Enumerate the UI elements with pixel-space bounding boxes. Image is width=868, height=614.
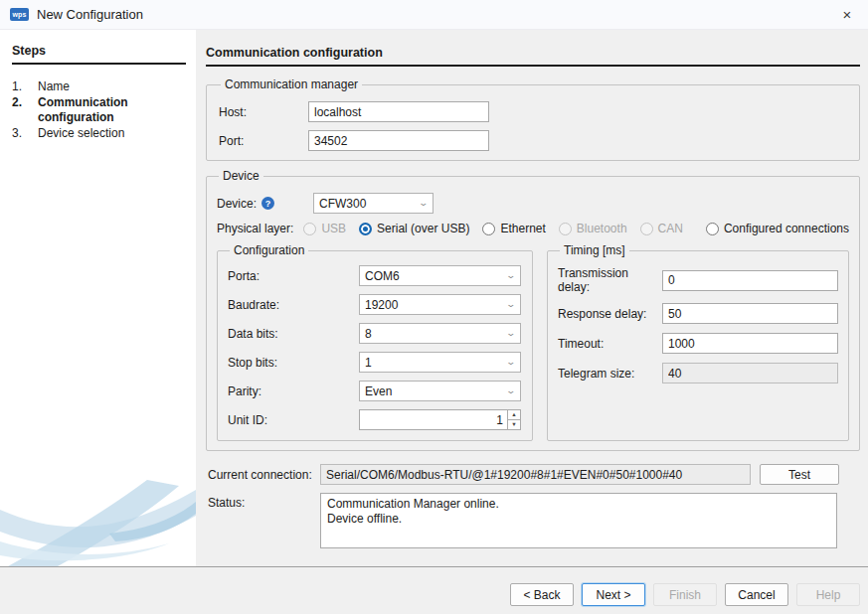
physical-layer-label: Physical layer: <box>217 222 303 235</box>
physical-layer-row: Physical layer: USB Serial (over USB) <box>217 222 849 235</box>
chevron-down-icon: ⌄ <box>506 329 517 338</box>
baudrate-select-value: 19200 <box>365 298 398 312</box>
device-legend: Device <box>219 169 263 183</box>
radio-icon <box>359 223 372 235</box>
spinner-down-icon[interactable]: ▼ <box>507 420 521 430</box>
new-configuration-dialog: wps New Configuration × Steps 1. Name 2.… <box>0 0 868 614</box>
communication-manager-legend: Communication manager <box>221 77 362 91</box>
current-connection-field <box>320 464 751 485</box>
stop-bits-row: Stop bits: 1 ⌄ <box>228 352 522 373</box>
host-label: Host: <box>219 105 308 119</box>
spinner-up-icon[interactable]: ▲ <box>507 409 521 420</box>
timing-legend: Timing [ms] <box>560 243 629 257</box>
transmission-delay-input[interactable] <box>662 270 838 291</box>
radio-configured-connections[interactable]: Configured connections <box>706 222 849 235</box>
response-delay-input[interactable] <box>662 303 838 324</box>
baudrate-select[interactable]: 19200 ⌄ <box>359 294 521 315</box>
data-bits-select[interactable]: 8 ⌄ <box>359 323 521 344</box>
parity-row: Parity: Even ⌄ <box>228 381 522 401</box>
status-label: Status: <box>208 493 320 510</box>
step-number: 3. <box>12 126 38 141</box>
radio-icon <box>706 223 719 235</box>
radio-label: Serial (over USB) <box>377 222 469 235</box>
host-row: Host: <box>219 101 847 122</box>
window-title: New Configuration <box>37 7 143 22</box>
data-bits-select-value: 8 <box>365 327 372 341</box>
wizard-button-bar: < Back Next > Finish Cancel Help <box>0 566 868 614</box>
configuration-legend: Configuration <box>230 243 308 257</box>
status-message: Communication Manager online. Device off… <box>320 493 837 548</box>
telegram-size-row: Telegram size: <box>558 363 838 384</box>
next-button[interactable]: Next > <box>582 583 645 606</box>
device-select[interactable]: CFW300 ⌄ <box>313 193 434 214</box>
wps-logo-icon: wps <box>10 8 29 21</box>
close-icon[interactable]: × <box>836 4 858 26</box>
parity-select-value: Even <box>365 384 392 398</box>
steps-sidebar: Steps 1. Name 2. Communication configura… <box>0 30 196 566</box>
parity-select[interactable]: Even ⌄ <box>359 381 521 401</box>
parity-label: Parity: <box>228 384 359 398</box>
chevron-down-icon: ⌄ <box>506 271 517 280</box>
swoosh-decoration <box>0 472 196 566</box>
step-number: 2. <box>12 95 38 125</box>
step-name: 1. Name <box>12 79 186 94</box>
current-connection-row: Current connection: Test <box>208 464 860 485</box>
chevron-down-icon: ⌄ <box>419 199 430 208</box>
unit-id-input[interactable] <box>359 409 507 430</box>
test-button[interactable]: Test <box>760 464 839 485</box>
transmission-delay-label: Transmission delay: <box>558 266 662 294</box>
telegram-size-input <box>662 363 838 384</box>
baudrate-label: Baudrate: <box>228 298 359 312</box>
port-label: Port: <box>219 134 308 148</box>
timing-group: Timing [ms] Transmission delay: Response… <box>547 243 849 441</box>
back-button[interactable]: < Back <box>510 583 574 606</box>
radio-ethernet[interactable]: Ethernet <box>482 222 545 235</box>
physical-layer-radios: USB Serial (over USB) Ethernet Blue <box>303 222 849 235</box>
stop-bits-label: Stop bits: <box>228 356 359 370</box>
radio-icon <box>640 223 653 235</box>
finish-button: Finish <box>653 583 717 606</box>
stop-bits-select-value: 1 <box>365 356 372 370</box>
device-row: Device: ? CFW300 ⌄ <box>217 193 849 214</box>
communication-configuration-panel: Communication configuration Communicatio… <box>196 30 868 566</box>
stop-bits-select[interactable]: 1 ⌄ <box>359 352 521 373</box>
host-input[interactable] <box>308 101 489 122</box>
response-delay-label: Response delay: <box>558 307 662 321</box>
timeout-row: Timeout: <box>558 333 838 354</box>
help-button: Help <box>796 583 860 606</box>
timeout-label: Timeout: <box>558 337 662 351</box>
unit-id-stepper[interactable]: ▲ ▼ <box>359 409 521 430</box>
radio-bluetooth: Bluetooth <box>559 222 627 235</box>
unit-id-label: Unit ID: <box>228 413 359 427</box>
baudrate-row: Baudrate: 19200 ⌄ <box>228 294 522 315</box>
step-label: Name <box>38 79 186 94</box>
radio-label: Configured connections <box>724 222 849 235</box>
communication-manager-group: Communication manager Host: Port: <box>206 77 860 161</box>
device-group: Device Device: ? CFW300 ⌄ Physical layer… <box>206 169 860 451</box>
title-bar: wps New Configuration × <box>0 0 868 30</box>
data-bits-row: Data bits: 8 ⌄ <box>228 323 522 344</box>
unit-id-row: Unit ID: ▲ ▼ <box>228 409 522 430</box>
step-label: Device selection <box>38 126 186 141</box>
response-delay-row: Response delay: <box>558 303 838 324</box>
step-communication-configuration: 2. Communication configuration <box>12 95 186 125</box>
device-select-value: CFW300 <box>319 197 366 211</box>
page-title: Communication configuration <box>206 46 860 67</box>
chevron-down-icon: ⌄ <box>506 300 517 309</box>
radio-icon <box>482 223 495 235</box>
status-row: Status: Communication Manager online. De… <box>208 493 860 548</box>
radio-usb: USB <box>303 222 346 235</box>
port-input[interactable] <box>308 130 489 151</box>
radio-serial-over-usb[interactable]: Serial (over USB) <box>359 222 469 235</box>
configuration-group: Configuration Porta: COM6 ⌄ Baudrate: 1 <box>217 243 533 441</box>
telegram-size-label: Telegram size: <box>558 367 662 381</box>
porta-label: Porta: <box>228 269 359 283</box>
radio-can: CAN <box>640 222 683 235</box>
radio-icon <box>303 223 316 235</box>
chevron-down-icon: ⌄ <box>506 358 517 367</box>
porta-select[interactable]: COM6 ⌄ <box>359 265 521 286</box>
data-bits-label: Data bits: <box>228 327 359 341</box>
cancel-button[interactable]: Cancel <box>725 583 788 606</box>
timeout-input[interactable] <box>662 333 838 354</box>
help-icon[interactable]: ? <box>261 197 274 210</box>
